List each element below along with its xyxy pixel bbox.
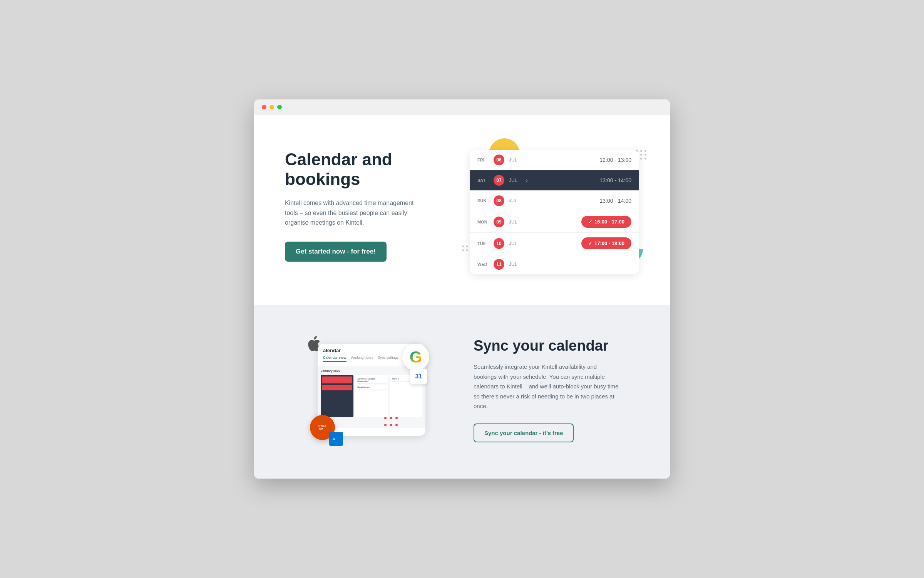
gcal-badge: 31 xyxy=(410,369,427,384)
dot xyxy=(640,158,642,160)
time-pill-label-2: 17:00 - 18:00 xyxy=(594,240,624,246)
dot xyxy=(462,249,464,251)
get-started-button[interactable]: Get started now - for free! xyxy=(285,242,387,262)
dot xyxy=(466,249,468,251)
mockup-card-2: Ryan Harris xyxy=(356,385,387,390)
sync-description: Seamlessly integrate your Kintell availa… xyxy=(474,362,620,411)
sync-heading: Sync your calendar xyxy=(474,338,639,354)
dot xyxy=(644,154,646,156)
month-jul-5: JUL xyxy=(509,241,520,246)
calendar-card: FRI 06 JUL 12:00 - 13:00 SAT 07 JUL › 13… xyxy=(470,150,639,274)
browser-window: Calendar and bookings Kintell comes with… xyxy=(254,99,670,479)
check-icon-1: ✓ xyxy=(588,219,592,225)
mockup-col-2: Jonathan DestinyAlmendros Ryan Harris xyxy=(355,375,388,417)
calendar-row-sun: SUN 08 JUL 13:00 - 14:00 xyxy=(470,191,639,211)
dot xyxy=(640,154,642,156)
dot xyxy=(466,245,468,247)
time-slot-1: 12:00 - 13:00 xyxy=(599,157,631,163)
calendar-row-wed: WED 11 JUL xyxy=(470,254,639,274)
badge-09: 09 xyxy=(494,217,504,227)
mockup-event-1 xyxy=(322,376,352,383)
calendar-mockup: alendar Calendar view Working hours Sync… xyxy=(306,336,429,444)
section-sync-calendar: alendar Calendar view Working hours Sync… xyxy=(254,305,670,479)
mockup-col-1 xyxy=(321,375,353,417)
calendar-row-tue: TUE 10 JUL ✓ 17:00 - 18:00 xyxy=(470,233,639,254)
day-sun: SUN xyxy=(477,198,489,203)
browser-toolbar xyxy=(254,99,670,115)
mockup-tab-calendar[interactable]: Calendar view xyxy=(323,356,346,362)
section2-right: Sync your calendar Seamlessly integrate … xyxy=(474,338,639,442)
day-mon: MON xyxy=(477,220,489,224)
traffic-light-green[interactable] xyxy=(277,105,282,109)
section1-description: Kintell comes with advanced time managem… xyxy=(285,198,416,228)
month-jul-4: JUL xyxy=(509,219,520,225)
day-fri: FRI xyxy=(477,158,489,162)
time-pill-label-1: 16:00 - 17:00 xyxy=(594,219,624,225)
section-calendar-bookings: Calendar and bookings Kintell comes with… xyxy=(254,115,670,305)
arrow-right-icon: › xyxy=(526,177,528,183)
calendar-row-sat: SAT 07 JUL › 13:00 - 14:00 xyxy=(470,170,639,191)
pink-dot xyxy=(384,424,387,426)
time-pill-1[interactable]: ✓ 16:00 - 17:00 xyxy=(581,216,631,228)
dot xyxy=(644,158,646,160)
section1-right: FRI 06 JUL 12:00 - 13:00 SAT 07 JUL › 13… xyxy=(470,142,639,274)
outlook-icon: O xyxy=(329,432,343,446)
traffic-light-red[interactable] xyxy=(262,105,266,109)
day-sat: SAT xyxy=(477,178,489,183)
calendar-row-mon: MON 09 JUL ✓ 16:00 - 17:00 xyxy=(470,211,639,233)
badge-11: 11 xyxy=(494,259,504,270)
pink-dots xyxy=(383,415,398,428)
badge-07: 07 xyxy=(494,175,504,186)
section2-left: alendar Calendar view Working hours Sync… xyxy=(285,332,450,448)
pink-dot xyxy=(384,417,387,419)
traffic-light-yellow[interactable] xyxy=(270,105,274,109)
svg-text:O: O xyxy=(333,437,335,441)
mockup-tab-hours[interactable]: Working hours xyxy=(351,356,373,362)
mockup-month-label: January 2022 xyxy=(321,369,422,373)
mockup-body: January 2022 Jonathan DestinyAlmendros R… xyxy=(318,366,425,428)
time-slot-3: 13:00 - 14:00 xyxy=(599,198,631,204)
google-icon: G xyxy=(402,344,429,371)
sync-calendar-button[interactable]: Sync your calendar - it's free xyxy=(474,423,574,442)
month-jul-1: JUL xyxy=(509,157,520,163)
day-tue: TUE xyxy=(477,241,489,246)
badge-08: 08 xyxy=(494,195,504,206)
gcal-number: 31 xyxy=(415,373,422,380)
dot xyxy=(640,150,642,152)
mockup-event-2 xyxy=(322,385,352,390)
pink-dot xyxy=(395,424,398,426)
pink-dot xyxy=(395,417,398,419)
mockup-card-1: Jonathan DestinyAlmendros xyxy=(356,376,387,383)
main-heading: Calendar and bookings xyxy=(285,150,454,189)
time-pill-2[interactable]: ✓ 17:00 - 18:00 xyxy=(581,237,631,249)
badge-10: 10 xyxy=(494,238,504,249)
dot xyxy=(462,245,464,247)
check-icon-2: ✓ xyxy=(588,241,592,246)
svg-text:365: 365 xyxy=(319,428,323,430)
pink-dot xyxy=(390,424,392,426)
month-jul-2: JUL xyxy=(509,178,520,183)
section1-left: Calendar and bookings Kintell comes with… xyxy=(285,142,454,262)
day-wed: WED xyxy=(477,262,489,267)
page-content: Calendar and bookings Kintell comes with… xyxy=(254,115,670,479)
time-slot-2: 13:00 - 14:00 xyxy=(599,177,631,183)
svg-text:Office: Office xyxy=(318,425,326,427)
pink-dot xyxy=(390,417,392,419)
badge-06: 06 xyxy=(494,155,504,165)
month-jul-6: JUL xyxy=(509,262,520,267)
mockup-grid: Jonathan DestinyAlmendros Ryan Harris Ma… xyxy=(321,375,422,417)
dot xyxy=(644,150,646,152)
mockup-tab-sync[interactable]: Sync settings xyxy=(378,356,398,362)
calendar-row-fri: FRI 06 JUL 12:00 - 13:00 xyxy=(470,150,639,170)
month-jul-3: JUL xyxy=(509,198,520,203)
google-g-letter: G xyxy=(410,349,422,365)
